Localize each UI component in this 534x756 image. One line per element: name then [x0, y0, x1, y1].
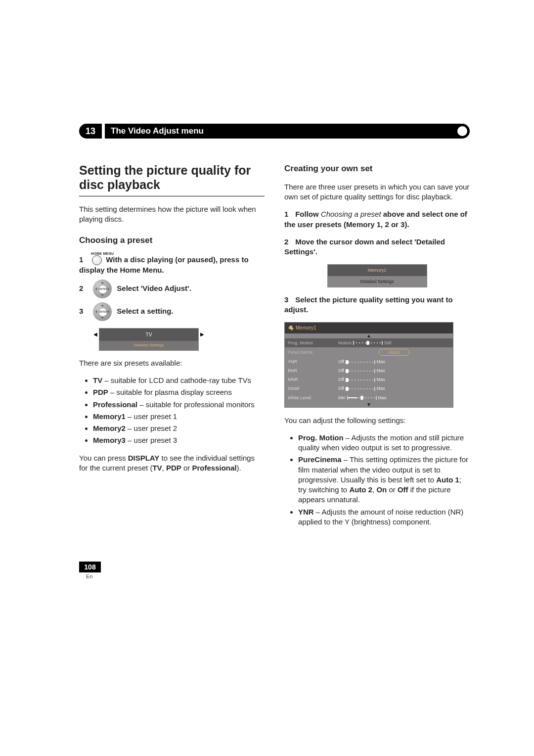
chapter-title: The Video Adjust menu [106, 125, 469, 138]
osd-preset-menu: ◀ TV ▶ Detailed Settings [99, 328, 199, 351]
left-arrow-icon: ◀ [93, 331, 97, 338]
scroll-up-icon: ▲ [285, 333, 453, 338]
list-item: PureCinema – This setting optimizes the … [298, 455, 470, 505]
right-column: Creating your own set There are three us… [284, 163, 470, 532]
step-text: Select 'Video Adjust'. [117, 284, 191, 292]
creating-set-intro: There are three user presets in which yo… [284, 182, 470, 202]
dpad-icon: ENTER [93, 302, 112, 321]
settings-table: Prog. Motion MotionStill PureCinema Auto… [285, 338, 453, 402]
table-row: YNR OffMax [285, 357, 453, 366]
step-number: 2 [79, 284, 88, 293]
osd-row-tv: ◀ TV ▶ [99, 329, 198, 341]
table-row: MNR OffMax [285, 375, 453, 384]
display-note: You can press DISPLAY to see the individ… [79, 453, 265, 473]
home-menu-button-icon [92, 255, 102, 265]
section-title: Setting the picture quality for disc pla… [79, 163, 265, 192]
adjust-list: Prog. Motion – Adjusts the motion and st… [284, 433, 470, 527]
osd-row-detailed: Detailed Settings [328, 276, 427, 287]
step-text: With a disc playing (or paused), press t… [79, 255, 249, 274]
osd-detailed-settings: Memory1 ▲ Prog. Motion MotionStill PureC… [284, 322, 453, 407]
list-item: Prog. Motion – Adjusts the motion and st… [298, 433, 470, 453]
list-item: TV – suitable for LCD and cathode-ray tu… [93, 376, 265, 385]
step-number: 1 [284, 209, 293, 219]
step-3: 3 Select the picture quality setting you… [284, 295, 470, 315]
step-number: 3 [284, 295, 293, 305]
scroll-down-icon: ▼ [285, 402, 453, 407]
list-item: Memory2 – user preset 2 [93, 424, 265, 433]
chapter-bar: 13 The Video Adjust menu [79, 124, 470, 139]
step-1: HOME MENU 1 With a disc playing (or paus… [79, 251, 265, 276]
left-column: Setting the picture quality for disc pla… [79, 163, 265, 532]
list-item: Memory1 – user preset 1 [93, 412, 265, 422]
step-text: Select a setting. [117, 307, 173, 315]
osd-header: Memory1 [285, 323, 453, 333]
step-2: 2 Move the cursor down and select 'Detai… [284, 237, 470, 257]
manual-page: 13 The Video Adjust menu Setting the pic… [0, 0, 534, 639]
table-row: White Level MinMax [285, 393, 453, 402]
page-number: 108 [79, 562, 101, 572]
dpad-icon: ENTER [93, 280, 112, 298]
wrench-icon [289, 326, 294, 331]
adjust-intro: You can adjust the following settings: [284, 416, 470, 425]
osd-row-detailed: Detailed Settings [99, 341, 198, 350]
osd-row-memory: Memory1 [328, 265, 427, 276]
step-2: 2 ENTER Select 'Video Adjust'. [79, 280, 265, 298]
table-row: Detail OffMax [285, 384, 453, 393]
step-number: 2 [284, 237, 293, 247]
osd-memory-menu: Memory1 Detailed Settings [327, 264, 427, 287]
right-arrow-icon: ▶ [200, 331, 204, 338]
table-row: BNR OffMax [285, 366, 453, 375]
list-item: Memory3 – user preset 3 [93, 435, 265, 445]
creating-set-heading: Creating your own set [284, 163, 470, 175]
list-item: YNR – Adjusts the amount of noise reduct… [298, 507, 470, 527]
step-3: 3 ENTER Select a setting. [79, 302, 265, 321]
presets-intro: There are six presets available: [79, 358, 265, 368]
dpad-center-label: ENTER [98, 285, 107, 294]
list-item: PDP – suitable for plasma display screen… [93, 387, 265, 397]
table-row: PureCinema Auto1 [285, 347, 453, 357]
intro-text: This setting determines how the picture … [79, 204, 265, 225]
table-row: Prog. Motion MotionStill [285, 338, 453, 347]
language-code: En [86, 573, 470, 579]
chapter-number: 13 [79, 124, 102, 139]
preset-list: TV – suitable for LCD and cathode-ray tu… [79, 376, 265, 446]
osd-title: Memory1 [296, 325, 316, 331]
divider [79, 196, 265, 196]
dpad-center-label: ENTER [98, 308, 107, 317]
choosing-preset-heading: Choosing a preset [79, 235, 265, 246]
chapter-title-wrap: The Video Adjust menu [105, 124, 470, 139]
list-item: Professional – suitable for professional… [93, 400, 265, 410]
step-number: 1 [79, 255, 88, 265]
osd-value: TV [146, 332, 152, 337]
step-number: 3 [79, 306, 88, 316]
step-1: 1 Follow Choosing a preset above and sel… [284, 209, 470, 230]
